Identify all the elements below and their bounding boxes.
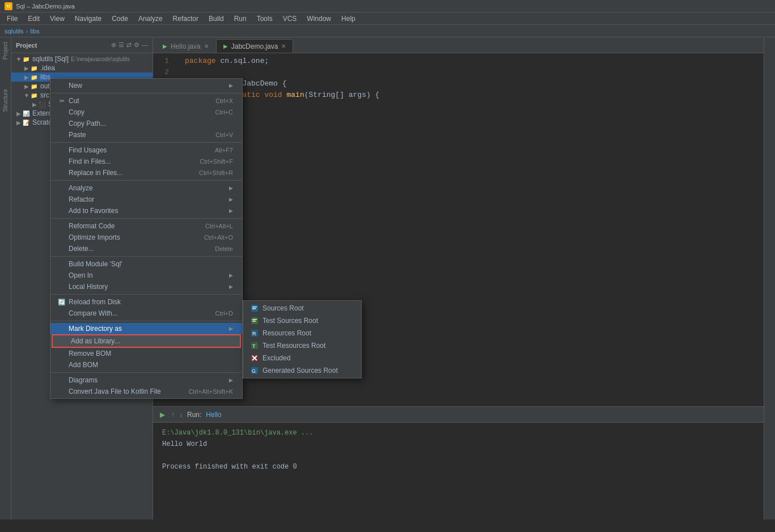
ctx-find-usages[interactable]: Find Usages Alt+F7: [50, 144, 242, 156]
ctx-find-in-files[interactable]: Find in Files... Ctrl+Shift+F: [50, 156, 242, 167]
src-label: src: [40, 91, 49, 99]
ctx-local-history[interactable]: Local History: [50, 281, 242, 292]
ctx-reload-disk[interactable]: 🔄Reload from Disk: [50, 296, 242, 308]
structure-tab[interactable]: Structure: [1, 87, 10, 114]
menu-build[interactable]: Build: [204, 14, 228, 24]
menu-code[interactable]: Code: [107, 14, 133, 24]
ctx-add-library[interactable]: Add as Library...: [52, 334, 241, 348]
out-arrow[interactable]: ▶: [24, 83, 29, 90]
ctx-add-favorites[interactable]: Add to Favorites: [50, 205, 242, 216]
run-play-button[interactable]: ▶: [158, 410, 167, 419]
resources-root-icon: R: [250, 329, 259, 337]
excluded-label: Excluded: [262, 354, 290, 362]
collapse-icon[interactable]: ⇄: [126, 41, 132, 49]
menu-vcs[interactable]: VCS: [278, 14, 302, 24]
project-tab[interactable]: Project: [1, 40, 10, 62]
run-down-button[interactable]: ↓: [179, 411, 183, 419]
ctx-compare-with[interactable]: Compare With... Ctrl+D: [50, 308, 242, 319]
jabc-tab-close[interactable]: ✕: [281, 43, 286, 49]
sql-arrow[interactable]: ▶: [32, 101, 37, 108]
ctx-reformat[interactable]: Reformat Code Ctrl+Alt+L: [50, 220, 242, 232]
run-up-button[interactable]: ↑: [171, 411, 175, 419]
sub-excluded[interactable]: Excluded: [243, 352, 361, 364]
code-line-2: 2: [153, 67, 764, 78]
ctx-optimize-imports[interactable]: Optimize Imports Ctrl+Alt+O: [50, 232, 242, 243]
localize-icon[interactable]: ⊕: [111, 41, 116, 49]
ctx-new[interactable]: New: [50, 80, 242, 91]
ctx-delete[interactable]: Delete... Delete: [50, 243, 242, 254]
run-line-4: Process finished with exit code 0: [162, 461, 755, 473]
tab-hello[interactable]: ▶ Hello.java ✕: [155, 39, 216, 53]
app-icon: IJ: [5, 2, 12, 10]
context-menu: New ✂Cut Ctrl+X Copy Ctrl+C Copy Path...…: [50, 78, 243, 399]
run-tab[interactable]: Hello: [206, 411, 221, 419]
scratches-arrow[interactable]: ▶: [16, 120, 22, 126]
tab-jabc[interactable]: ▶ JabcDemo.java ✕: [216, 39, 294, 53]
test-sources-root-label: Test Sources Root: [262, 317, 318, 325]
ctx-add-bom[interactable]: Add BOM: [50, 359, 242, 371]
menu-tools[interactable]: Tools: [252, 14, 277, 24]
sub-sources-root[interactable]: Sources Root: [243, 302, 361, 314]
menu-file[interactable]: File: [2, 14, 22, 24]
ctx-convert-kotlin[interactable]: Convert Java File to Kotlin File Ctrl+Al…: [50, 386, 242, 397]
sub-resources-root[interactable]: R Resources Root: [243, 327, 361, 339]
menu-navigate[interactable]: Navigate: [70, 14, 106, 24]
ctx-sep-1: [50, 93, 242, 93]
ctx-replace-in-files[interactable]: Replace in Files... Ctrl+Shift+R: [50, 167, 242, 178]
menu-analyze[interactable]: Analyze: [134, 14, 167, 24]
expand-arrow[interactable]: ▼: [16, 56, 22, 62]
menu-run[interactable]: Run: [230, 14, 251, 24]
svg-text:R: R: [252, 331, 256, 337]
src-arrow[interactable]: ▼: [24, 92, 29, 99]
tree-root[interactable]: ▼ 📁 sqlutils [Sql] E:\newjavacode\sqluti…: [11, 54, 153, 63]
tree-item-idea[interactable]: ▶ 📁 .idea: [11, 63, 153, 73]
menu-bar: File Edit View Navigate Code Analyze Ref…: [0, 12, 775, 25]
panel-header: Project ⊕ ☰ ⇄ ⚙ —: [11, 37, 153, 53]
menu-refactor[interactable]: Refactor: [168, 14, 203, 24]
menu-edit[interactable]: Edit: [23, 14, 44, 24]
ctx-paste[interactable]: Paste Ctrl+V: [50, 129, 242, 141]
root-path: E:\newjavacode\sqlutils: [71, 56, 130, 62]
breadcrumb-bar: sqlutils › libs: [0, 25, 775, 37]
libs-arrow[interactable]: ▶: [24, 74, 29, 80]
menu-window[interactable]: Window: [302, 14, 336, 24]
ext-arrow[interactable]: ▶: [16, 110, 22, 117]
lc-3: public class JabcDemo {: [185, 78, 764, 90]
sub-test-sources-root[interactable]: Test Sources Root: [243, 314, 361, 327]
ctx-diagrams[interactable]: Diagrams: [50, 374, 242, 386]
svg-rect-2: [252, 308, 256, 309]
close-panel-icon[interactable]: —: [142, 41, 148, 49]
root-label: sqlutils [Sql]: [32, 55, 69, 63]
svg-text:G: G: [252, 368, 256, 374]
ctx-remove-bom[interactable]: Remove BOM: [50, 348, 242, 359]
libs-folder-icon: 📁: [29, 73, 39, 81]
menu-view[interactable]: View: [45, 14, 69, 24]
panel-icons: ⊕ ☰ ⇄ ⚙ —: [111, 41, 148, 49]
ctx-build-module[interactable]: Build Module 'Sql': [50, 258, 242, 270]
hello-tab-close[interactable]: ✕: [204, 43, 209, 49]
menu-help[interactable]: Help: [337, 14, 360, 24]
generated-sources-root-label: Generated Sources Root: [262, 367, 338, 374]
run-line-1: E:\Java\jdk1.8.0_131\bin\java.exe ...: [162, 427, 755, 439]
lc-4: public static void main(String[] args) {: [185, 90, 764, 101]
ctx-cut[interactable]: ✂Cut Ctrl+X: [50, 95, 242, 107]
sub-generated-sources-root[interactable]: G Generated Sources Root: [243, 364, 361, 377]
ctx-analyze[interactable]: Analyze: [50, 182, 242, 194]
svg-rect-5: [252, 321, 256, 322]
window-title: Sql – JabcDemo.java: [16, 3, 75, 10]
breadcrumb-sqlutils[interactable]: sqlutils: [5, 28, 24, 35]
bottom-panel-header: ▶ ↑ ↓ Run: Hello: [153, 407, 764, 423]
svg-rect-1: [252, 307, 257, 308]
breadcrumb-libs[interactable]: libs: [30, 28, 40, 35]
ctx-copy-path[interactable]: Copy Path...: [50, 118, 242, 129]
ctx-refactor[interactable]: Refactor: [50, 194, 242, 205]
idea-arrow[interactable]: ▶: [24, 65, 29, 71]
run-label: Run:: [187, 411, 201, 419]
ctx-mark-directory[interactable]: Mark Directory as: [50, 323, 242, 334]
ctx-copy[interactable]: Copy Ctrl+C: [50, 107, 242, 118]
settings-icon[interactable]: ⚙: [134, 41, 139, 49]
ctx-open-in[interactable]: Open In: [50, 270, 242, 281]
sort-icon[interactable]: ☰: [118, 41, 124, 49]
sub-test-resources-root[interactable]: T Test Resources Root: [243, 339, 361, 352]
lc-1: package cn.sql.one;: [185, 56, 764, 67]
